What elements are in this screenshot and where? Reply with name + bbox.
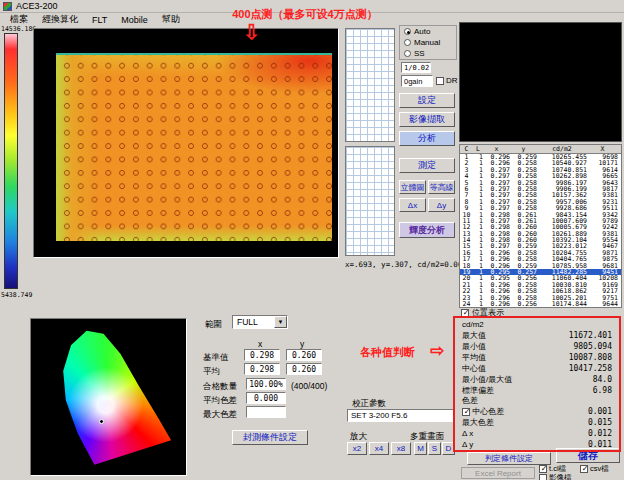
radio-manual[interactable]: Manual: [400, 37, 456, 48]
multi-s-button[interactable]: S: [428, 442, 441, 455]
measure-button[interactable]: 測定: [399, 158, 455, 173]
zoom-x4-button[interactable]: x4: [369, 442, 389, 455]
range-col-y: y: [300, 339, 304, 349]
stat-row: 最小值 9805.094: [456, 341, 618, 352]
max-colordiff-value: [246, 406, 286, 418]
image-file-row[interactable]: 影像檔: [539, 473, 572, 480]
stat-row: Δ x 0.012: [456, 428, 618, 439]
center-colordiff-row: 中心色差 0.001: [456, 406, 618, 417]
radio-ss-label: SS: [414, 49, 425, 58]
profile-grid-bottom: [345, 146, 395, 256]
avg-colordiff-label: 平均色差: [203, 395, 237, 407]
pass-ratio-value: (400/400): [291, 381, 327, 391]
col-header-c: C: [460, 145, 473, 153]
stat-row: 標準偏差 6.98: [456, 385, 618, 396]
dr-checkbox[interactable]: [436, 77, 444, 85]
view-3d-button[interactable]: 立體圖: [399, 180, 426, 194]
seal-condition-button[interactable]: 封測條件設定: [232, 430, 308, 445]
menu-item[interactable]: Mobile: [115, 15, 154, 25]
csv-file-label: csv檔: [590, 464, 609, 474]
excel-report-button[interactable]: Excel Report: [461, 467, 535, 479]
radio-ss[interactable]: SS: [400, 48, 456, 59]
image-file-label: 影像檔: [549, 473, 572, 480]
analyze-button[interactable]: 分析: [399, 131, 455, 146]
multi-d-button[interactable]: D: [442, 442, 455, 455]
colorbar-max-label: 14536.186: [1, 25, 36, 33]
stats-section-colordiff: 色差: [456, 396, 618, 406]
menu-item[interactable]: 經換算化: [36, 13, 84, 26]
image-file-checkbox[interactable]: [539, 474, 547, 480]
base-x-field[interactable]: 0.298: [244, 349, 280, 361]
center-colordiff-checkbox[interactable]: [462, 408, 470, 416]
radio-auto[interactable]: Auto: [400, 26, 456, 37]
radio-manual-label: Manual: [414, 38, 440, 47]
stat-row: 平均值 10087.808: [456, 352, 618, 363]
range-label: 範圍: [205, 319, 222, 331]
exposure-mode-group: Auto Manual SS: [399, 25, 457, 60]
stats-section-luminance: cd/m2: [456, 320, 618, 330]
position-display-row[interactable]: 位置表示: [461, 307, 504, 318]
dr-label: DR: [446, 76, 458, 85]
stat-row: 最大色差 0.015: [456, 417, 618, 428]
image-capture-button[interactable]: 影像擷取: [399, 112, 455, 127]
cie-whitepoint-glow: [31, 319, 186, 475]
annotation-values-note: 各种值判断: [360, 345, 415, 360]
cursor-readout: x=.693, y=.307, cd/m2=0.000: [345, 260, 467, 269]
menu-item[interactable]: FLT: [86, 15, 113, 25]
table-header: C L x y cd/m2 X: [460, 145, 621, 154]
radio-auto-icon[interactable]: [404, 28, 411, 35]
contour-button[interactable]: 等高線: [428, 180, 455, 194]
save-button[interactable]: 儲存: [556, 448, 620, 463]
radio-auto-label: Auto: [414, 27, 430, 36]
csv-file-row[interactable]: csv檔: [580, 464, 609, 474]
range-col-x: x: [258, 339, 262, 349]
base-y-field[interactable]: 0.260: [286, 349, 322, 361]
colorbar-min-label: 5438.749: [1, 291, 32, 299]
tcl-file-checkbox[interactable]: [539, 465, 547, 473]
col-header-x: x: [483, 145, 510, 153]
zoom-x2-button[interactable]: x2: [347, 442, 367, 455]
colorbar: [4, 33, 18, 289]
radio-ss-icon[interactable]: [404, 50, 411, 57]
max-colordiff-label: 最大色差: [203, 409, 237, 421]
radio-manual-icon[interactable]: [404, 39, 411, 46]
avg-x-field[interactable]: 0.298: [244, 363, 280, 375]
luminance-analysis-button[interactable]: 輝度分析: [399, 222, 455, 238]
down-arrow-icon: ⇩: [243, 22, 260, 42]
avg-y-field[interactable]: 0.260: [286, 363, 322, 375]
right-arrow-icon: ⇨: [430, 340, 444, 361]
cie-measurement-marker: [99, 419, 104, 424]
annotation-points-note: 400点测（最多可设4万点测）: [170, 7, 440, 22]
statistics-panel: cd/m2 最大值 11672.401 最小值 9805.094 平均值 100…: [456, 320, 618, 450]
profile-grid-top: [345, 28, 395, 142]
calibration-field[interactable]: SET 3-200 F5.6: [347, 409, 455, 422]
stat-row: 最小值/最大值 84.0: [456, 374, 618, 385]
col-header-X: X: [587, 145, 620, 153]
stat-row: Δ y 0.011: [456, 439, 618, 450]
camera-preview: [459, 22, 622, 142]
col-header-l: L: [473, 145, 483, 153]
app-window: ACE3-200 檔案經換算化FLTMobile幫助 14536.186 543…: [0, 0, 624, 480]
average-label: 平均: [203, 366, 220, 378]
position-display-label: 位置表示: [472, 307, 504, 318]
gain-field[interactable]: 0gain: [401, 75, 433, 87]
pass-count-label: 合格數量: [203, 381, 237, 393]
center-colordiff-value: 0.001: [588, 406, 612, 417]
delta-y-button[interactable]: Δy: [428, 198, 455, 212]
delta-x-button[interactable]: Δx: [399, 198, 426, 212]
range-dropdown[interactable]: FULL ▼: [232, 315, 288, 329]
center-colordiff-label: 中心色差: [472, 407, 504, 416]
exposure-value[interactable]: 1/0.02: [401, 62, 431, 73]
heatmap-panel[interactable]: [33, 28, 339, 258]
position-display-checkbox[interactable]: [461, 309, 469, 317]
csv-file-checkbox[interactable]: [580, 465, 588, 473]
stat-row: 中心值 10417.258: [456, 363, 618, 374]
zoom-x8-button[interactable]: x8: [391, 442, 411, 455]
settings-button[interactable]: 設定: [399, 93, 455, 108]
multi-m-button[interactable]: M: [414, 442, 427, 455]
heatmap-surface: [56, 53, 332, 241]
dr-checkbox-row[interactable]: DR: [436, 76, 458, 85]
measurement-table[interactable]: C L x y cd/m2 X 1 1 0.296 0.259 10265.45…: [459, 144, 622, 308]
dropdown-arrow-icon[interactable]: ▼: [274, 316, 287, 328]
app-icon: [3, 2, 12, 11]
